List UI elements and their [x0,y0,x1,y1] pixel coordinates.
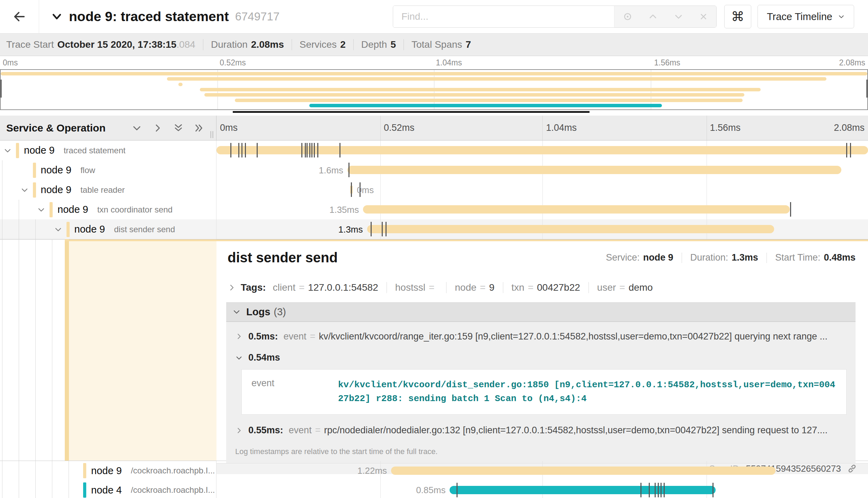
log-timestamp: 0.55ms: [248,425,283,436]
prev-match-icon[interactable] [648,12,658,21]
find-controls [614,6,716,27]
divider [203,39,203,50]
service-operation-title: Service & Operation [6,122,106,134]
log-marker-tick [305,143,306,157]
total-spans-value: 7 [466,39,471,50]
chevron-down-icon[interactable] [54,225,62,234]
log-field-value: kv/kvclient/kvcoord/dist_sender.go:1850 … [338,378,835,406]
log-field-value: kv/kvclient/kvcoord/range_iter.go:159 [n… [319,331,847,342]
expand-all-icon[interactable] [194,123,204,133]
span-row[interactable]: node 9traced statement [0,141,868,160]
span-duration-bar[interactable] [450,486,715,494]
clear-search-icon[interactable] [699,12,708,21]
span-duration-label: 1.35ms [329,204,359,215]
log-entry[interactable]: 0.5ms:event=kv/kvclient/kvcoord/range_it… [226,325,856,347]
depth-value: 5 [390,39,396,50]
collapse-trace-chevron-icon[interactable] [51,11,63,22]
tag-value: demo [629,282,653,293]
chevron-down-icon [232,308,241,316]
collapse-all-icon[interactable] [173,123,184,133]
span-tree-cell[interactable]: node 9/cockroach.roachpb.I... [0,461,216,480]
minimap-span-bar [309,104,662,107]
span-timeline-cell[interactable]: 1.6ms [216,160,868,180]
log-marker-tick [317,143,318,157]
log-entry-expanded-header[interactable]: 0.54ms [226,347,856,366]
log-timestamp: 0.54ms [248,352,280,363]
minimap-span-row [1,88,867,91]
service-value: node 9 [643,252,673,263]
trace-view-selector[interactable]: Trace Timeline [758,5,854,28]
minimap-span-bar [1,72,867,75]
span-title: dist sender send [228,250,338,265]
minimap-span-row [1,83,867,86]
chevron-right-icon [235,427,243,434]
minimap-canvas[interactable] [0,69,868,110]
collapse-one-icon[interactable] [132,123,142,133]
minimap-span-row [1,77,867,81]
minimap-span-row [1,99,867,102]
operation-name: dist sender send [114,225,175,234]
minimap-span-row [1,72,867,75]
timeline-tick-label: 0ms [220,123,238,133]
tag-item: client=127.0.0.1:54582 [273,282,395,293]
span-tree-cell[interactable]: node 9table reader [0,180,216,200]
next-match-icon[interactable] [674,12,683,21]
expand-one-icon[interactable] [152,123,163,133]
span-detail-row: dist sender send Service: node 9 Duratio… [0,239,868,461]
minimap-scrubber[interactable] [233,111,590,113]
trace-timeline-page: node 9: traced statement 6749717 ⌘ Trace… [0,0,868,498]
minimap-left-handle[interactable] [0,80,2,98]
chevron-down-icon[interactable] [3,146,12,155]
logs-title: Logs [246,306,270,318]
header-actions: ⌘ Trace Timeline [393,5,868,28]
log-entry[interactable]: 0.55ms:event=rpc/nodedialer/nodedialer.g… [226,419,856,442]
span-tree-cell[interactable]: node 9dist sender send [0,219,216,239]
span-row[interactable]: node 9flow1.6ms [0,160,868,180]
span-tree-cell[interactable]: node 4/cockroach.roachpb.I... [0,480,216,498]
chevron-down-icon[interactable] [20,186,29,194]
span-timeline-cell[interactable]: 0ms [216,180,868,200]
span-duration-bar[interactable] [363,205,790,214]
span-timeline-cell[interactable]: 1.22ms [216,461,868,480]
logs-header[interactable]: Logs (3) [226,302,856,322]
log-marker-tick [664,483,665,497]
span-timeline-cell[interactable] [216,141,868,160]
chevron-down-icon[interactable] [37,206,45,214]
span-timeline-cell[interactable]: 1.3ms [216,219,868,239]
span-timeline-cell[interactable]: 1.35ms [216,200,868,219]
span-row[interactable]: node 9table reader0ms [0,180,868,200]
services-label: Services [300,39,337,50]
back-button[interactable] [0,0,39,33]
divider [404,39,404,50]
span-duration-bar[interactable] [391,467,776,475]
span-row[interactable]: node 9txn coordinator send1.35ms [0,200,868,219]
chevron-right-icon [228,283,236,292]
tag-item: node=9 [455,282,511,293]
log-timestamp: 0.5ms: [248,331,278,342]
span-row[interactable]: node 9dist sender send1.3ms [0,219,868,239]
span-timeline-cell[interactable]: 0.85ms [216,480,868,498]
span-duration-bar[interactable] [347,166,841,174]
operation-name: txn coordinator send [97,205,172,215]
timeline-tick-label: 1.04ms [546,123,577,133]
focus-match-icon[interactable] [623,12,632,21]
span-rows-area: node 9traced statementnode 9flow1.6msnod… [0,141,868,498]
span-tree-cell[interactable]: node 9traced statement [0,141,216,160]
tags-row[interactable]: Tags: client=127.0.0.1:54582hostssl=node… [216,273,868,299]
column-resizer-handle[interactable] [210,131,213,138]
span-tree-cell[interactable]: node 9txn coordinator send [0,200,216,219]
span-duration-bar[interactable] [367,225,774,233]
span-row[interactable]: node 9/cockroach.roachpb.I...1.22ms [0,461,868,480]
start-time-value: 0.48ms [824,252,856,263]
log-marker-tick [307,143,308,157]
span-tree-cell[interactable]: node 9flow [0,160,216,180]
span-detail-indent-rail [0,239,216,461]
span-row[interactable]: node 4/cockroach.roachpb.I...0.85ms [0,480,868,498]
tag-key: node [455,282,476,293]
keyboard-shortcuts-button[interactable]: ⌘ [724,5,751,28]
minimap-span-bar [235,99,743,102]
find-input[interactable] [393,6,614,27]
logs-footer-note: Log timestamps are relative to the start… [226,442,856,463]
timeline-gridline [707,180,707,200]
minimap-right-handle[interactable] [866,80,868,98]
